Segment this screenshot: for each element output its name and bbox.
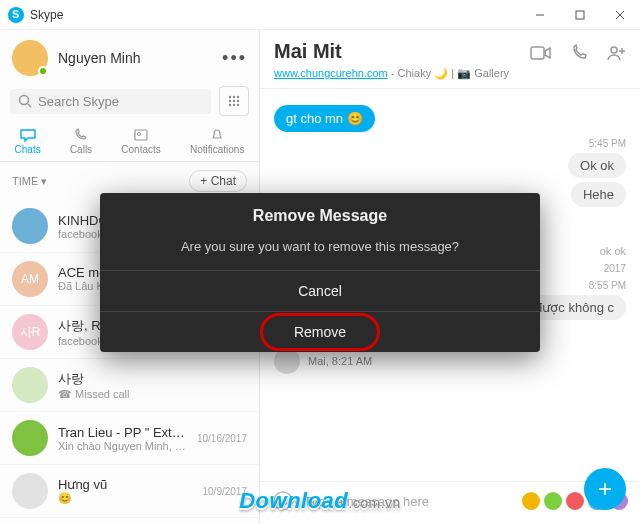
current-user-avatar[interactable] [12,40,48,76]
conversation-avatar [12,208,48,244]
search-icon [18,94,32,108]
dialog-message: Are you sure you want to remove this mes… [100,233,540,270]
conversation-avatar [12,367,48,403]
chat-subtitle: www.chungcurehn.com - Chiaky 🌙 | 📷 Galle… [274,67,530,80]
remove-button[interactable]: Remove [100,311,540,352]
svg-point-16 [138,133,141,136]
presence-indicator [38,66,48,76]
svg-point-7 [233,96,235,98]
svg-point-4 [20,96,29,105]
message-input[interactable]: Type a message here [304,494,512,509]
svg-point-11 [237,100,239,102]
conversation-item[interactable]: Hưng vũ 😊 10/9/2017 [0,465,259,518]
svg-line-5 [28,104,31,107]
conversation-preview: Xin chào Nguyen Minh, tôi … [58,440,187,452]
tab-contacts[interactable]: Contacts [121,128,160,155]
sender-label: Mai, 8:21 AM [308,355,372,367]
window-titlebar: Skype [0,0,640,30]
conversation-preview: 😊 [58,492,193,505]
outgoing-message[interactable]: gt cho mn 😊 [274,105,375,132]
conversation-preview: ☎ Missed call [58,388,237,401]
tab-chats[interactable]: Chats [15,128,41,155]
cancel-button[interactable]: Cancel [100,270,540,311]
chat-header: Mai Mit www.chungcurehn.com - Chiaky 🌙 |… [260,30,640,89]
conversation-title: Hưng vũ [58,477,193,492]
conversation-avatar: 사R [12,314,48,350]
current-user-name: Nguyen Minh [58,50,141,66]
contacts-icon [132,128,150,142]
conversation-date: 10/16/2017 [197,433,247,444]
window-title: Skype [30,8,63,22]
chats-icon [19,128,37,142]
message-composer: Type a message here [260,481,640,524]
svg-point-8 [237,96,239,98]
window-minimize-button[interactable] [520,0,560,30]
search-placeholder: Search Skype [38,94,119,109]
incoming-message[interactable]: Hehe [571,182,626,207]
conversation-item[interactable]: Mai Mit Chán nhỉ 9/4/2017 [0,518,259,524]
audio-call-button[interactable] [570,44,588,62]
time-filter[interactable]: TIME ▾ [12,175,47,188]
svg-rect-17 [531,47,544,59]
svg-point-13 [233,104,235,106]
remove-message-dialog: Remove Message Are you sure you want to … [100,193,540,352]
conversation-date: 10/9/2017 [203,486,248,497]
svg-point-18 [611,47,617,53]
timestamp: 5:45 PM [274,138,626,149]
svg-point-12 [229,104,231,106]
add-participant-button[interactable] [606,44,626,62]
conversation-item[interactable]: Tran Lieu - PP " Ext : 126 " Xin chào Ng… [0,412,259,465]
video-call-button[interactable] [530,45,552,61]
conversation-title: 사랑 [58,370,237,388]
svg-point-9 [229,100,231,102]
svg-point-23 [285,498,287,500]
dialog-title: Remove Message [100,193,540,233]
conversation-item[interactable]: 사랑 ☎ Missed call [0,359,259,412]
conversation-avatar [12,420,48,456]
dialpad-icon [227,94,241,108]
nav-tabs: Chats Calls Contacts Notifications [0,124,259,162]
new-chat-button[interactable]: + Chat [189,170,247,192]
svg-point-10 [233,100,235,102]
tab-notifications[interactable]: Notifications [190,128,244,155]
reaction-dot[interactable] [522,492,540,510]
emoji-button[interactable] [272,490,294,512]
conversation-avatar [12,473,48,509]
conversation-title: Tran Lieu - PP " Ext : 126 " [58,425,187,440]
reaction-dot[interactable] [566,492,584,510]
tab-calls[interactable]: Calls [70,128,92,155]
current-user-header[interactable]: Nguyen Minh ••• [0,30,259,82]
search-input[interactable]: Search Skype [10,89,211,114]
new-message-fab[interactable]: + [584,468,626,510]
bell-icon [208,128,226,142]
svg-point-21 [274,492,292,510]
reaction-dot[interactable] [544,492,562,510]
chat-profile-link[interactable]: www.chungcurehn.com [274,67,388,79]
window-maximize-button[interactable] [560,0,600,30]
dialpad-button[interactable] [219,86,249,116]
svg-rect-15 [135,130,147,140]
svg-rect-1 [576,11,584,19]
skype-logo-icon [8,7,24,23]
more-icon[interactable]: ••• [222,48,247,69]
calls-icon [72,128,90,142]
svg-point-14 [237,104,239,106]
conversation-avatar: AM [12,261,48,297]
incoming-message[interactable]: Ok ok [568,153,626,178]
window-close-button[interactable] [600,0,640,30]
svg-point-6 [229,96,231,98]
chat-title: Mai Mit [274,40,530,63]
svg-point-22 [279,498,281,500]
